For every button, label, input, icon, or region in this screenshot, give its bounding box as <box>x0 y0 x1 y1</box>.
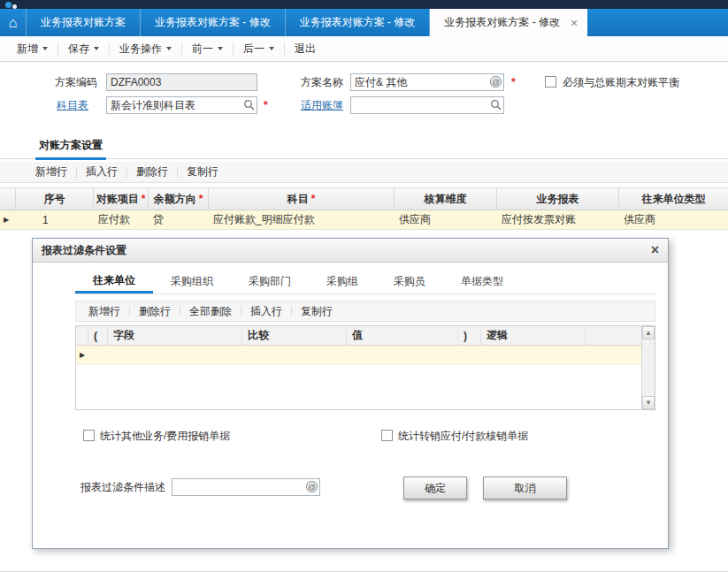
header-cell-unit-type[interactable]: 往来单位类型 <box>619 188 728 210</box>
column-label: 业务报表 <box>537 192 579 207</box>
toolbar-previous-button[interactable]: 前一 <box>182 40 233 57</box>
scroll-up-icon[interactable]: ▲ <box>642 326 655 339</box>
header-cell-value[interactable]: 值 <box>347 326 458 345</box>
button-label: 新增 <box>17 42 38 57</box>
scheme-name-field: @ <box>350 73 504 91</box>
insert-row-button[interactable]: 插入行 <box>77 164 126 179</box>
header-cell-business-report[interactable]: 业务报表 <box>497 188 619 210</box>
home-icon: ⌂ <box>9 15 18 31</box>
header-cell-balance-direction[interactable]: 余额方向 * <box>149 188 209 210</box>
dialog-delete-row-button[interactable]: 删除行 <box>130 304 180 319</box>
toolbar-exit-button[interactable]: 退出 <box>285 40 326 57</box>
button-label: 前一 <box>192 42 213 57</box>
section-title-recon-settings: 对账方案设置 <box>35 138 106 160</box>
filter-grid-row[interactable]: ▶ <box>76 346 641 365</box>
header-cell-seq[interactable]: 序号 <box>16 188 94 210</box>
dialog-copy-row-button[interactable]: 复制行 <box>292 304 341 319</box>
toolbar-save-button[interactable]: 保存 <box>58 40 109 57</box>
tab-close-icon[interactable]: × <box>571 17 578 29</box>
brand-bar <box>0 0 728 9</box>
tab-purchase-group[interactable]: 采购组 <box>309 270 376 294</box>
required-star: * <box>511 76 516 88</box>
dropdown-caret-icon <box>42 47 48 50</box>
toolbar-next-button[interactable]: 后一 <box>234 40 284 57</box>
tab-purchase-dept[interactable]: 采购部门 <box>231 270 309 294</box>
cell-balance-direction[interactable]: 贷 <box>149 210 209 229</box>
subject-table-link[interactable]: 科目表 <box>57 99 88 111</box>
scheme-code-input[interactable] <box>106 73 257 91</box>
ledger-link[interactable]: 适用账簿 <box>301 99 343 111</box>
tab-recon-scheme-edit-2[interactable]: 业务报表对账方案 - 修改 <box>286 9 431 36</box>
tab-label: 业务报表对账方案 - 修改 <box>155 15 271 30</box>
cell-subject[interactable]: 应付账款_明细应付款 <box>209 210 395 229</box>
dialog-insert-row-button[interactable]: 插入行 <box>241 304 291 319</box>
cell-recon-item[interactable]: 应付款 <box>94 210 149 229</box>
copy-row-button[interactable]: 复制行 <box>178 164 227 179</box>
other-business-checkbox[interactable] <box>83 430 95 441</box>
tab-doc-type[interactable]: 单据类型 <box>443 270 521 294</box>
grid-scrollbar[interactable]: ▲ ▼ <box>641 326 655 409</box>
tab-business-unit[interactable]: 往来单位 <box>75 270 153 294</box>
tab-recon-scheme-edit-active[interactable]: 业务报表对账方案 - 修改 × <box>430 9 587 36</box>
ok-button[interactable]: 确定 <box>403 477 467 500</box>
dialog-add-row-button[interactable]: 新增行 <box>80 304 129 319</box>
header-cell-accounting-dimension[interactable]: 核算维度 <box>395 188 497 210</box>
tab-purchaser[interactable]: 采购员 <box>376 270 443 294</box>
search-icon[interactable] <box>490 99 502 111</box>
header-cell-close-paren[interactable]: ) <box>458 326 481 345</box>
balance-checkbox-label: 必须与总账期末对账平衡 <box>563 76 679 88</box>
header-cell-logic[interactable]: 逻辑 <box>481 326 586 345</box>
tab-label: 业务报表对账方案 - 修改 <box>300 15 416 30</box>
button-label: 业务操作 <box>119 42 162 57</box>
balance-checkbox[interactable] <box>545 76 556 88</box>
cell-business-report[interactable]: 应付按发票对账 <box>497 210 619 229</box>
recon-table-header: 序号 对账项目 * 余额方向 * 科目 * 核算维度 业务报表 往来单位类型 <box>0 187 728 210</box>
button-label: 保存 <box>68 42 89 57</box>
recon-table-row[interactable]: ▶ 1 应付款 贷 应付账款_明细应付款 供应商 应付按发票对账 供应商 <box>0 210 728 230</box>
cancel-button[interactable]: 取消 <box>483 477 567 500</box>
filter-desc-input[interactable] <box>172 478 320 496</box>
tab-recon-scheme-edit-1[interactable]: 业务报表对账方案 - 修改 <box>141 9 286 36</box>
dialog-title-bar[interactable]: 报表过滤条件设置 × <box>33 239 668 263</box>
row-indicator: ▶ <box>0 210 16 229</box>
search-icon[interactable] <box>243 99 255 111</box>
dialog-close-icon[interactable]: × <box>651 243 659 257</box>
ledger-input[interactable] <box>350 96 504 114</box>
grid-main: ( 字段 比较 值 ) 逻辑 ▶ <box>76 326 641 409</box>
multilang-icon[interactable]: @ <box>490 76 502 88</box>
delete-row-button[interactable]: 删除行 <box>127 164 177 179</box>
dropdown-caret-icon <box>94 47 99 50</box>
app-window: ⌂ 业务报表对账方案 业务报表对账方案 - 修改 业务报表对账方案 - 修改 业… <box>0 0 728 572</box>
home-tab[interactable]: ⌂ <box>0 9 27 36</box>
column-label: 余额方向 <box>154 192 196 207</box>
writeoff-checkbox[interactable] <box>381 430 393 441</box>
scheme-name-input[interactable] <box>350 73 504 91</box>
row-marker-icon: ▶ <box>76 351 85 359</box>
cell-seq[interactable]: 1 <box>16 210 94 229</box>
button-label: 后一 <box>243 42 264 57</box>
dialog-tab-bar: 往来单位 采购组织 采购部门 采购组 采购员 单据类型 <box>75 270 655 294</box>
subject-table-input[interactable] <box>106 96 257 114</box>
header-cell-field[interactable]: 字段 <box>108 326 242 345</box>
header-cell-subject[interactable]: 科目 * <box>209 188 395 210</box>
required-star: * <box>142 193 146 205</box>
dropdown-caret-icon <box>166 47 172 50</box>
header-cell-recon-item[interactable]: 对账项目 * <box>94 188 149 210</box>
dialog-delete-all-button[interactable]: 全部删除 <box>180 304 241 319</box>
add-row-button[interactable]: 新增行 <box>27 164 76 179</box>
toolbar-new-button[interactable]: 新增 <box>7 40 57 57</box>
toolbar-business-ops-button[interactable]: 业务操作 <box>110 40 181 57</box>
tab-recon-scheme-list[interactable]: 业务报表对账方案 <box>27 9 141 36</box>
tab-purchase-org[interactable]: 采购组织 <box>153 270 231 294</box>
cell-unit-type[interactable]: 供应商 <box>619 210 728 229</box>
header-cell-indicator <box>76 326 88 345</box>
scroll-down-icon[interactable]: ▼ <box>642 396 655 409</box>
header-cell-compare[interactable]: 比较 <box>242 326 347 345</box>
required-star: * <box>311 193 316 205</box>
cell-accounting-dimension[interactable]: 供应商 <box>395 210 497 229</box>
header-cell-open-paren[interactable]: ( <box>88 326 108 345</box>
filter-desc-label: 报表过滤条件描述 <box>80 481 165 493</box>
column-label: 科目 <box>287 192 309 207</box>
multilang-icon[interactable]: @ <box>306 481 318 492</box>
section-divider <box>0 158 728 159</box>
